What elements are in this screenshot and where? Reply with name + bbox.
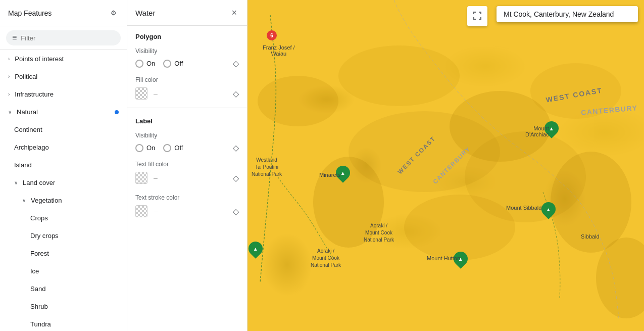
sidebar-item-points-of-interest[interactable]: › Points of interest [0,50,127,68]
text-fill-color-row: – ◇ [127,170,247,190]
active-dot [115,110,119,114]
text-fill-diamond-button[interactable]: ◇ [233,173,239,183]
chevron-right-icon: › [8,91,10,97]
fill-color-diamond-button[interactable]: ◇ [233,89,239,99]
chevron-right-icon: › [8,74,10,79]
sibbald-marker-wrap [541,202,556,216]
sidebar-item-label: Sand [30,285,45,293]
radio-on-circle [135,60,143,68]
sidebar-item-label: Land cover [23,179,55,186]
sidebar-item-label: Natural [17,108,38,116]
on-label: On [146,60,155,67]
text-fill-color-swatch[interactable] [135,172,147,184]
search-bar: Mt Cook, Canterbury, New Zealand [497,6,638,22]
sidebar-item-label: Ice [30,267,39,275]
label-visibility-off[interactable]: Off [163,144,183,152]
minarets-marker-wrap [336,166,350,180]
gear-icon: ⚙ [111,9,117,17]
sidebar-item-political[interactable]: › Political [0,68,127,85]
diamond-icon: ◇ [233,207,239,216]
radio-off-circle [163,144,171,152]
chevron-right-icon: › [8,56,10,62]
sidebar-item-shrub[interactable]: Shrub [0,298,127,315]
fill-color-label: Fill color [127,72,247,85]
sibbald-marker [538,199,559,219]
filter-input[interactable] [21,34,115,42]
natpark-marker-wrap [249,242,263,256]
sidebar-item-label: Vegetation [31,197,62,204]
text-stroke-diamond-button[interactable]: ◇ [233,207,239,216]
map-area[interactable]: 6 Franz Josef /Waiau WestlandTai Poutini… [247,0,644,331]
divider [127,108,247,108]
sidebar-item-label: Shrub [30,303,48,310]
label-visibility-label: Visibility [127,128,247,141]
svg-point-9 [465,131,586,222]
sidebar-item-label: Crops [30,214,48,222]
filter-input-wrap: ≡ [6,30,121,45]
panel-title: Water [135,9,155,17]
text-stroke-color-row: – ◇ [127,203,247,223]
sidebar-item-crops[interactable]: Crops [0,209,127,227]
svg-point-3 [530,63,621,119]
sidebar-header: Map Features ⚙ [0,0,127,26]
sidebar-item-label: Infrastructure [15,90,54,98]
sidebar-item-vegetation[interactable]: ∨ Vegetation [0,192,127,209]
sidebar-item-archipelago[interactable]: Archipelago [0,138,127,156]
darchiac-marker [541,118,562,138]
visibility-label: Visibility [127,43,247,57]
close-button[interactable]: × [229,7,239,18]
text-fill-dash: – [152,174,229,182]
polygon-visibility-diamond-button[interactable]: ◇ [233,59,239,68]
sidebar-item-ice[interactable]: Ice [0,262,127,280]
road-badge-label: 6 [270,33,273,38]
hutton-marker [451,249,471,269]
sidebar-item-land-cover[interactable]: ∨ Land cover [0,174,127,192]
sidebar-item-tundra[interactable]: Tundra [0,315,127,331]
sidebar-item-infrastructure[interactable]: › Infrastructure [0,85,127,103]
label-section-label: Label [127,110,247,128]
sidebar-item-natural[interactable]: ∨ Natural [0,103,127,121]
diamond-icon: ◇ [233,59,239,68]
map-svg [247,0,644,331]
text-stroke-color-swatch[interactable] [135,205,147,217]
sidebar-item-label: Island [14,161,32,169]
polygon-visibility-radio-group: On Off [135,60,233,68]
darchiac-marker-wrap [544,121,559,135]
fill-color-swatch[interactable] [135,87,147,100]
radio-on-circle [135,144,143,152]
water-detail-panel: Water × Polygon Visibility On Off ◇ Fill… [127,0,247,331]
text-stroke-dash: – [152,207,229,215]
sidebar-item-label: Forest [30,250,49,257]
sidebar-item-continent[interactable]: Continent [0,121,127,138]
close-icon: × [231,8,237,18]
label-visibility-radio-group: On Off [135,144,233,152]
sidebar: Map Features ⚙ ≡ › Points of interest › … [0,0,127,331]
sidebar-item-label: Political [15,73,37,80]
label-visibility-on[interactable]: On [135,144,155,152]
text-stroke-color-label: Text stroke color [127,190,247,203]
sidebar-item-forest[interactable]: Forest [0,245,127,262]
sidebar-item-label: Tundra [30,320,51,328]
diamond-icon: ◇ [233,144,239,152]
filter-bar: ≡ [0,26,127,50]
chevron-down-icon: ∨ [22,198,26,203]
chevron-down-icon: ∨ [8,109,12,115]
search-value: Mt Cook, Canterbury, New Zealand [504,10,614,18]
off-label: Off [174,60,183,67]
fill-color-row: – ◇ [127,85,247,106]
filter-icon: ≡ [12,33,17,42]
polygon-visibility-on[interactable]: On [135,60,155,68]
sidebar-item-sand[interactable]: Sand [0,280,127,298]
label-visibility-diamond-button[interactable]: ◇ [233,143,239,153]
diamond-icon: ◇ [233,174,239,182]
chevron-down-icon: ∨ [14,180,18,185]
polygon-visibility-off[interactable]: Off [163,60,183,68]
sidebar-item-island[interactable]: Island [0,156,127,174]
sidebar-item-label: Continent [14,126,42,133]
fullscreen-button[interactable] [467,6,487,26]
sidebar-item-dry-crops[interactable]: Dry crops [0,227,127,245]
gear-button[interactable]: ⚙ [109,7,119,19]
off-label: Off [174,144,183,152]
sidebar-item-label: Archipelago [14,144,49,151]
panel-header: Water × [127,0,247,26]
